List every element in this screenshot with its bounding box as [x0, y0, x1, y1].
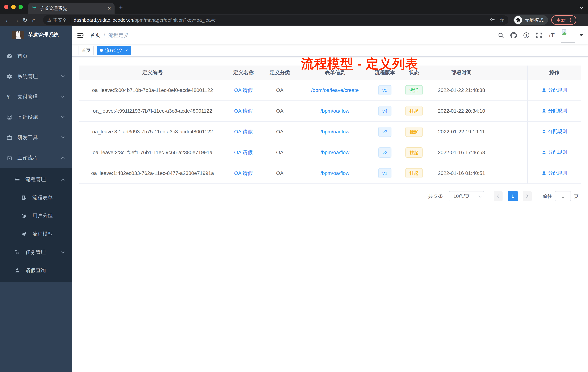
cell-category: OA — [261, 163, 299, 184]
chevron-down-icon — [61, 94, 64, 98]
chevron-down-icon — [479, 194, 482, 197]
sidebar-item-process-management[interactable]: 流程管理 — [0, 170, 72, 188]
table-row: oa_leave:4:991f2193-7b7f-11ec-a3c8-acde4… — [79, 101, 581, 121]
form-info-link[interactable]: /bpm/oa/flow — [321, 150, 349, 155]
incognito-label: 无痕模式 — [525, 17, 544, 23]
status-badge: 激活 — [405, 85, 422, 95]
version-badge[interactable]: v3 — [378, 127, 391, 137]
font-size-icon[interactable]: TT — [548, 32, 555, 39]
sidebar-item-payment[interactable]: ¥ 支付管理 — [0, 87, 72, 107]
github-icon[interactable] — [510, 32, 517, 39]
not-secure-warning-icon[interactable]: ⚠ — [47, 17, 51, 23]
sidebar-item-user-group[interactable]: 用户分组 — [0, 207, 72, 225]
definition-name-link[interactable]: OA 请假 — [234, 87, 253, 93]
annotation-title: 流程模型 - 定义列表 — [301, 55, 418, 72]
page-number-button[interactable]: 1 — [508, 191, 518, 201]
sidebar-item-leave-query[interactable]: 请假查询 — [0, 261, 72, 280]
cell-category: OA — [261, 101, 299, 121]
password-key-icon[interactable] — [490, 17, 495, 23]
status-badge: 挂起 — [405, 106, 422, 116]
monitor-icon — [7, 114, 12, 120]
forward-icon[interactable]: → — [12, 17, 20, 23]
broken-image-icon — [562, 29, 569, 35]
next-page-button[interactable] — [523, 191, 532, 201]
window-controls[interactable] — [4, 5, 23, 9]
address-bar[interactable]: ⚠ 不安全 dashboard.yudao.iocoder.cn/bpm/man… — [43, 15, 508, 25]
new-tab-button[interactable]: + — [119, 4, 123, 11]
logo-rabbit-avatar — [12, 31, 24, 39]
not-secure-label: 不安全 — [53, 17, 67, 23]
browser-menu-dots-icon[interactable]: ⋮ — [568, 17, 573, 23]
search-icon[interactable] — [498, 32, 504, 39]
avatar-caret-icon[interactable] — [580, 34, 583, 36]
sidebar-item-task-management[interactable]: 任务管理 — [0, 243, 72, 261]
tag-process-definition[interactable]: 流程定义 × — [97, 46, 131, 55]
avatar[interactable] — [561, 28, 575, 43]
assign-rule-button[interactable]: 分配规则 — [542, 170, 567, 176]
chevron-down-icon — [61, 74, 64, 77]
version-badge[interactable]: v4 — [378, 106, 391, 116]
col-definition-name: 定义名称 — [226, 66, 261, 80]
sidebar-item-home[interactable]: 首页 — [0, 46, 72, 66]
sidebar-logo[interactable]: 芋道管理系统 — [0, 26, 72, 44]
table-row: oa_leave:3:1fad3d93-7b75-11ec-a3c8-acde4… — [79, 121, 581, 142]
navbar-actions: ? TT — [498, 26, 583, 44]
prev-page-button[interactable] — [494, 191, 503, 201]
back-icon[interactable]: ← — [4, 17, 12, 23]
version-badge[interactable]: v5 — [378, 85, 391, 95]
sidebar-item-workflow[interactable]: 工作流程 — [0, 148, 72, 168]
sidebar-item-process-model[interactable]: 流程模型 — [0, 225, 72, 243]
sidebar-collapse-icon[interactable] — [77, 33, 84, 38]
col-filler — [494, 66, 527, 80]
org-tree-icon — [15, 249, 20, 255]
sidebar-item-system[interactable]: 系统管理 — [0, 66, 72, 87]
home-icon[interactable]: ⌂ — [30, 17, 38, 23]
cell-deploy-time: 2022-01-16 17:46:53 — [430, 142, 494, 163]
definition-table: 定义编号 定义名称 定义分类 表单信息 流程版本 状态 部署时间 操作 — [79, 66, 581, 184]
definition-name-link[interactable]: OA 请假 — [234, 129, 253, 134]
bookmark-star-icon[interactable]: ☆ — [499, 17, 504, 23]
robot-face-icon — [21, 213, 27, 219]
page-size-select[interactable]: 10条/页 — [449, 191, 484, 201]
tag-home[interactable]: 首页 — [79, 46, 94, 55]
form-info-link[interactable]: /bpm/oa/flow — [321, 129, 349, 134]
assign-rule-button[interactable]: 分配规则 — [542, 149, 567, 155]
sidebar-item-dev-tools[interactable]: 研发工具 — [0, 127, 72, 148]
version-badge[interactable]: v2 — [378, 147, 391, 158]
assign-rule-button[interactable]: 分配规则 — [542, 128, 567, 135]
form-info-link[interactable]: /bpm/oa/flow — [321, 170, 349, 176]
breadcrumb-home[interactable]: 首页 — [90, 32, 100, 39]
sidebar-item-process-form[interactable]: 流程表单 — [0, 188, 72, 207]
cell-deploy-time: 2022-01-22 19:19:11 — [430, 121, 494, 142]
cell-deploy-time: 2022-01-22 20:34:10 — [430, 101, 494, 121]
user-icon — [542, 129, 546, 134]
close-window-button[interactable] — [4, 5, 8, 9]
tab-search-chevron-icon[interactable] — [580, 5, 583, 8]
help-icon[interactable]: ? — [523, 32, 530, 39]
fullscreen-icon[interactable] — [536, 32, 542, 39]
minimize-window-button[interactable] — [11, 5, 16, 9]
definition-name-link[interactable]: OA 请假 — [234, 108, 253, 114]
form-info-link[interactable]: /bpm/oa/flow — [321, 108, 349, 114]
browser-update-button[interactable]: 更新 ⋮ — [551, 15, 576, 25]
version-badge[interactable]: v1 — [378, 168, 391, 178]
sidebar-item-infrastructure[interactable]: 基础设施 — [0, 107, 72, 127]
user-icon — [15, 268, 20, 273]
tag-close-icon[interactable]: × — [126, 48, 128, 53]
reload-icon[interactable]: ↻ — [21, 17, 29, 23]
table-row: oa_leave:2:3c1f0ef1-76b1-11ec-9c66-a2380… — [79, 142, 581, 163]
browser-tab-bar: 芋道管理系统 × + — [0, 0, 588, 14]
zoom-window-button[interactable] — [19, 5, 23, 9]
sidebar-menu: 首页 系统管理 ¥ 支付管理 基础设施 — [0, 44, 72, 282]
browser-tab[interactable]: 芋道管理系统 × — [28, 3, 115, 14]
form-info-link[interactable]: /bpm/oa/leave/create — [311, 87, 359, 93]
toolbox-icon — [7, 135, 12, 141]
assign-rule-button[interactable]: 分配规则 — [542, 108, 567, 114]
assign-rule-button[interactable]: 分配规则 — [542, 87, 567, 93]
tab-close-icon[interactable]: × — [108, 5, 111, 11]
definition-name-link[interactable]: OA 请假 — [234, 170, 253, 176]
favicon-seedling-icon — [32, 6, 37, 11]
definition-name-link[interactable]: OA 请假 — [234, 150, 253, 155]
goto-page-input[interactable] — [555, 191, 571, 201]
chevron-right-icon — [525, 194, 529, 198]
